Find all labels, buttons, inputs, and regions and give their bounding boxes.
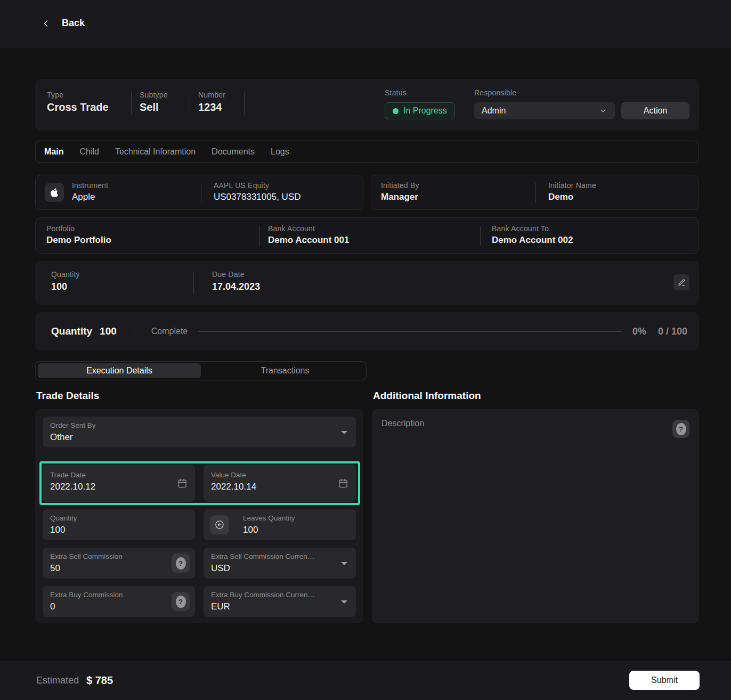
status-badge: In Progress — [385, 102, 455, 119]
progress-quantity: 100 — [100, 325, 117, 337]
tab-logs[interactable]: Logs — [271, 147, 289, 157]
complete-label: Complete — [151, 327, 188, 336]
order-header-card: Type Cross Trade Subtype Sell Number 123… — [35, 79, 699, 131]
trade-date-label: Trade Date — [50, 471, 188, 479]
extra-buy-currency-label: Extra Buy Commission Curren… — [211, 591, 339, 599]
chevron-left-icon — [40, 18, 51, 29]
initiator-card: Initiated By Manager Initiator Name Demo — [371, 175, 699, 210]
initiator-name-label: Initiator Name — [548, 181, 596, 190]
portfolio-group: Portfolio Demo Portfolio — [46, 224, 111, 246]
td-quantity-label: Quantity — [50, 514, 188, 522]
detail-subtabs: Execution Details Transactions — [35, 361, 367, 380]
initiated-by-value: Manager — [381, 192, 419, 202]
extra-sell-commission-value: 50 — [50, 563, 188, 574]
divider — [480, 226, 481, 246]
chevron-down-icon — [599, 107, 607, 115]
extra-buy-commission-field[interactable]: Extra Buy Commission 0 ? — [43, 586, 195, 617]
number-group: Number 1234 — [198, 91, 225, 113]
order-sent-by-label: Order Sent By — [50, 421, 348, 429]
responsible-select[interactable]: Admin — [474, 102, 615, 119]
extra-sell-commission-label: Extra Sell Commission — [50, 552, 151, 560]
leaves-quantity-label: Leaves Quantity — [243, 514, 348, 522]
portfolio-card: Portfolio Demo Portfolio Bank Account De… — [35, 217, 699, 254]
tab-technical-information[interactable]: Technical Inforamtion — [115, 147, 196, 157]
back-button[interactable]: Back — [40, 18, 85, 29]
extra-buy-currency-select[interactable]: Extra Buy Commission Curren… EUR — [204, 586, 356, 617]
footer-bar: Estimated $ 785 Submit — [0, 661, 731, 700]
value-date-value: 2022.10.14 — [211, 482, 348, 492]
bank-account-to-value: Demo Account 002 — [492, 235, 573, 246]
estimated-value: $ 785 — [86, 674, 113, 687]
due-date-label: Due Date — [212, 270, 260, 279]
dates-highlight-box: Trade Date 2022.10.12 Value Date 2022.10… — [39, 461, 360, 505]
initiator-name-group: Initiator Name Demo — [548, 181, 596, 202]
equity-value: US0378331005, USD — [214, 192, 301, 202]
question-icon: ? — [176, 596, 186, 608]
order-sent-by-select[interactable]: Order Sent By Other — [43, 417, 356, 447]
caret-down-icon — [341, 431, 347, 434]
tab-main[interactable]: Main — [44, 147, 63, 157]
portfolio-label: Portfolio — [46, 224, 111, 233]
instrument-value: Apple — [72, 192, 108, 202]
subtype-value: Sell — [140, 101, 168, 113]
help-button[interactable]: ? — [172, 592, 190, 611]
calendar-icon[interactable] — [338, 478, 348, 489]
action-button[interactable]: Action — [621, 102, 689, 119]
divider — [259, 226, 259, 246]
caret-down-icon — [341, 600, 347, 604]
pencil-icon — [678, 279, 686, 287]
estimated-group: Estimated $ 785 — [36, 661, 113, 700]
tab-documents[interactable]: Documents — [212, 147, 255, 157]
status-value: In Progress — [403, 106, 447, 116]
quantity-group: Quantity 100 — [51, 270, 80, 292]
value-date-field[interactable]: Value Date 2022.10.14 — [204, 465, 356, 502]
number-value: 1234 — [198, 101, 225, 113]
arrow-left-circle-icon[interactable] — [210, 515, 229, 534]
progress-percent: 0% — [632, 326, 646, 337]
responsible-value: Admin — [482, 106, 599, 116]
edit-button[interactable] — [673, 274, 689, 290]
initiated-by-group: Initiated By Manager — [381, 181, 419, 202]
divider — [244, 92, 245, 115]
status-dot-icon — [393, 108, 399, 114]
instrument-label: Instrument — [72, 181, 108, 190]
td-quantity-value: 100 — [50, 525, 188, 535]
trade-date-field[interactable]: Trade Date 2022.10.12 — [43, 465, 195, 502]
equity-label: AAPL US Equity — [214, 181, 301, 190]
description-textarea[interactable]: Description ? — [372, 409, 699, 623]
subtab-transactions[interactable]: Transactions — [205, 363, 365, 378]
apple-icon — [45, 183, 64, 202]
bank-account-value: Demo Account 001 — [268, 235, 349, 246]
bank-account-to-label: Bank Account To — [492, 224, 573, 233]
progress-ratio: 0 / 100 — [658, 326, 687, 337]
help-button[interactable]: ? — [172, 554, 190, 573]
extra-sell-currency-select[interactable]: Extra Sell Commission Curren… USD — [204, 548, 356, 579]
value-date-label: Value Date — [211, 471, 348, 479]
submit-button[interactable]: Submit — [629, 671, 700, 690]
description-placeholder: Description — [381, 419, 424, 428]
extra-sell-commission-field[interactable]: Extra Sell Commission 50 ? — [43, 548, 195, 579]
progress-card: Quantity 100 Complete 0% 0 / 100 — [35, 312, 699, 351]
help-button[interactable]: ? — [672, 420, 689, 438]
extra-buy-commission-label: Extra Buy Commission — [50, 591, 151, 599]
trade-detail-page: Back Type Cross Trade Subtype Sell Numbe… — [0, 0, 731, 700]
instrument-card: Instrument Apple AAPL US Equity US037833… — [35, 175, 363, 210]
initiated-by-label: Initiated By — [381, 181, 419, 190]
bank-account-to-group: Bank Account To Demo Account 002 — [492, 224, 573, 246]
trade-details-card: Order Sent By Other Trade Date 2022.10.1… — [35, 409, 363, 623]
question-icon: ? — [676, 423, 686, 435]
divider — [131, 92, 132, 115]
type-group: Type Cross Trade — [47, 91, 109, 113]
top-bar: Back — [0, 0, 731, 48]
subtab-execution-details[interactable]: Execution Details — [38, 363, 201, 378]
status-label: Status — [385, 88, 407, 97]
td-quantity-field[interactable]: Quantity 100 — [43, 509, 195, 540]
subtype-group: Subtype Sell — [140, 91, 168, 113]
quantity-label: Quantity — [51, 270, 80, 279]
trade-details-title: Trade Details — [36, 390, 99, 402]
back-label: Back — [62, 18, 85, 29]
tab-child[interactable]: Child — [79, 147, 99, 157]
calendar-icon[interactable] — [177, 478, 188, 489]
leaves-quantity-field[interactable]: Leaves Quantity 100 — [204, 509, 356, 540]
bank-account-label: Bank Account — [268, 224, 349, 233]
